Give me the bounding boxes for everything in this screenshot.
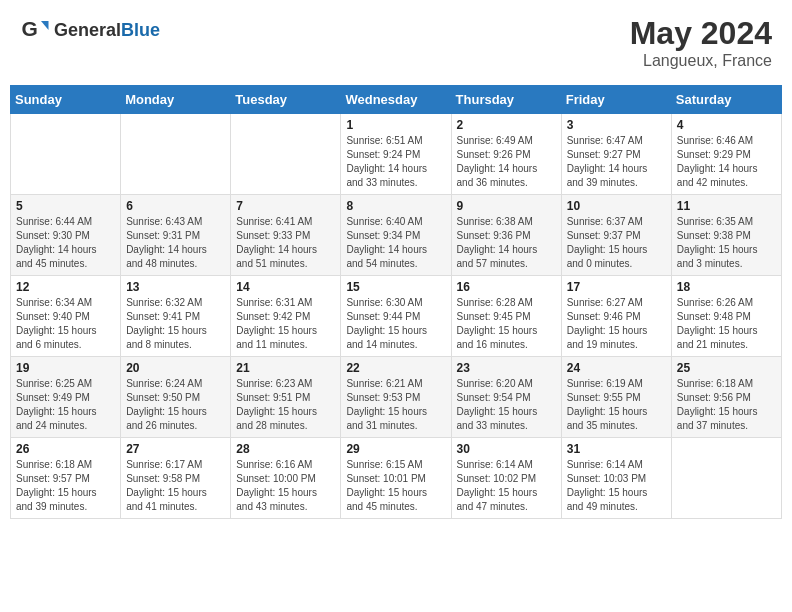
calendar-table: SundayMondayTuesdayWednesdayThursdayFrid… [10, 85, 782, 519]
calendar-cell: 21Sunrise: 6:23 AMSunset: 9:51 PMDayligh… [231, 357, 341, 438]
day-info: Sunrise: 6:46 AMSunset: 9:29 PMDaylight:… [677, 134, 776, 190]
calendar-cell: 23Sunrise: 6:20 AMSunset: 9:54 PMDayligh… [451, 357, 561, 438]
calendar-cell [231, 114, 341, 195]
week-row-3: 12Sunrise: 6:34 AMSunset: 9:40 PMDayligh… [11, 276, 782, 357]
calendar-cell: 7Sunrise: 6:41 AMSunset: 9:33 PMDaylight… [231, 195, 341, 276]
day-info: Sunrise: 6:41 AMSunset: 9:33 PMDaylight:… [236, 215, 335, 271]
day-number: 29 [346, 442, 445, 456]
calendar-cell: 16Sunrise: 6:28 AMSunset: 9:45 PMDayligh… [451, 276, 561, 357]
day-info: Sunrise: 6:14 AMSunset: 10:03 PMDaylight… [567, 458, 666, 514]
calendar-cell: 26Sunrise: 6:18 AMSunset: 9:57 PMDayligh… [11, 438, 121, 519]
day-number: 3 [567, 118, 666, 132]
calendar-cell: 24Sunrise: 6:19 AMSunset: 9:55 PMDayligh… [561, 357, 671, 438]
calendar-cell [11, 114, 121, 195]
day-info: Sunrise: 6:26 AMSunset: 9:48 PMDaylight:… [677, 296, 776, 352]
location: Langueux, France [630, 52, 772, 70]
day-info: Sunrise: 6:21 AMSunset: 9:53 PMDaylight:… [346, 377, 445, 433]
calendar-cell: 2Sunrise: 6:49 AMSunset: 9:26 PMDaylight… [451, 114, 561, 195]
calendar-cell: 27Sunrise: 6:17 AMSunset: 9:58 PMDayligh… [121, 438, 231, 519]
day-number: 10 [567, 199, 666, 213]
calendar-cell: 6Sunrise: 6:43 AMSunset: 9:31 PMDaylight… [121, 195, 231, 276]
day-info: Sunrise: 6:19 AMSunset: 9:55 PMDaylight:… [567, 377, 666, 433]
logo: G GeneralBlue [20, 15, 160, 45]
calendar-cell: 22Sunrise: 6:21 AMSunset: 9:53 PMDayligh… [341, 357, 451, 438]
weekday-header-saturday: Saturday [671, 86, 781, 114]
day-info: Sunrise: 6:30 AMSunset: 9:44 PMDaylight:… [346, 296, 445, 352]
weekday-header-sunday: Sunday [11, 86, 121, 114]
day-info: Sunrise: 6:16 AMSunset: 10:00 PMDaylight… [236, 458, 335, 514]
day-number: 30 [457, 442, 556, 456]
day-info: Sunrise: 6:28 AMSunset: 9:45 PMDaylight:… [457, 296, 556, 352]
day-number: 15 [346, 280, 445, 294]
calendar-cell: 13Sunrise: 6:32 AMSunset: 9:41 PMDayligh… [121, 276, 231, 357]
calendar-cell: 11Sunrise: 6:35 AMSunset: 9:38 PMDayligh… [671, 195, 781, 276]
day-info: Sunrise: 6:20 AMSunset: 9:54 PMDaylight:… [457, 377, 556, 433]
day-number: 27 [126, 442, 225, 456]
day-number: 17 [567, 280, 666, 294]
calendar-cell: 12Sunrise: 6:34 AMSunset: 9:40 PMDayligh… [11, 276, 121, 357]
day-number: 22 [346, 361, 445, 375]
weekday-header-friday: Friday [561, 86, 671, 114]
day-number: 24 [567, 361, 666, 375]
calendar-cell: 25Sunrise: 6:18 AMSunset: 9:56 PMDayligh… [671, 357, 781, 438]
calendar-cell: 15Sunrise: 6:30 AMSunset: 9:44 PMDayligh… [341, 276, 451, 357]
day-info: Sunrise: 6:18 AMSunset: 9:57 PMDaylight:… [16, 458, 115, 514]
day-number: 20 [126, 361, 225, 375]
day-number: 31 [567, 442, 666, 456]
day-number: 19 [16, 361, 115, 375]
logo-blue: Blue [121, 20, 160, 40]
day-number: 25 [677, 361, 776, 375]
week-row-4: 19Sunrise: 6:25 AMSunset: 9:49 PMDayligh… [11, 357, 782, 438]
weekday-header-wednesday: Wednesday [341, 86, 451, 114]
calendar-cell: 14Sunrise: 6:31 AMSunset: 9:42 PMDayligh… [231, 276, 341, 357]
calendar-cell: 9Sunrise: 6:38 AMSunset: 9:36 PMDaylight… [451, 195, 561, 276]
day-info: Sunrise: 6:24 AMSunset: 9:50 PMDaylight:… [126, 377, 225, 433]
day-number: 4 [677, 118, 776, 132]
day-info: Sunrise: 6:44 AMSunset: 9:30 PMDaylight:… [16, 215, 115, 271]
calendar-cell: 17Sunrise: 6:27 AMSunset: 9:46 PMDayligh… [561, 276, 671, 357]
day-info: Sunrise: 6:51 AMSunset: 9:24 PMDaylight:… [346, 134, 445, 190]
calendar-cell: 3Sunrise: 6:47 AMSunset: 9:27 PMDaylight… [561, 114, 671, 195]
calendar-cell: 31Sunrise: 6:14 AMSunset: 10:03 PMDaylig… [561, 438, 671, 519]
day-info: Sunrise: 6:47 AMSunset: 9:27 PMDaylight:… [567, 134, 666, 190]
day-info: Sunrise: 6:37 AMSunset: 9:37 PMDaylight:… [567, 215, 666, 271]
calendar-cell: 5Sunrise: 6:44 AMSunset: 9:30 PMDaylight… [11, 195, 121, 276]
week-row-2: 5Sunrise: 6:44 AMSunset: 9:30 PMDaylight… [11, 195, 782, 276]
svg-marker-1 [41, 21, 49, 30]
day-number: 28 [236, 442, 335, 456]
calendar-cell: 18Sunrise: 6:26 AMSunset: 9:48 PMDayligh… [671, 276, 781, 357]
day-number: 21 [236, 361, 335, 375]
weekday-header-row: SundayMondayTuesdayWednesdayThursdayFrid… [11, 86, 782, 114]
calendar-cell: 1Sunrise: 6:51 AMSunset: 9:24 PMDaylight… [341, 114, 451, 195]
weekday-header-tuesday: Tuesday [231, 86, 341, 114]
day-info: Sunrise: 6:43 AMSunset: 9:31 PMDaylight:… [126, 215, 225, 271]
calendar-cell: 20Sunrise: 6:24 AMSunset: 9:50 PMDayligh… [121, 357, 231, 438]
day-info: Sunrise: 6:18 AMSunset: 9:56 PMDaylight:… [677, 377, 776, 433]
day-number: 14 [236, 280, 335, 294]
day-number: 6 [126, 199, 225, 213]
day-info: Sunrise: 6:15 AMSunset: 10:01 PMDaylight… [346, 458, 445, 514]
day-number: 9 [457, 199, 556, 213]
day-info: Sunrise: 6:14 AMSunset: 10:02 PMDaylight… [457, 458, 556, 514]
logo-icon: G [20, 15, 50, 45]
day-info: Sunrise: 6:31 AMSunset: 9:42 PMDaylight:… [236, 296, 335, 352]
weekday-header-thursday: Thursday [451, 86, 561, 114]
title-section: May 2024 Langueux, France [630, 15, 772, 70]
day-info: Sunrise: 6:23 AMSunset: 9:51 PMDaylight:… [236, 377, 335, 433]
day-number: 26 [16, 442, 115, 456]
weekday-header-monday: Monday [121, 86, 231, 114]
calendar-cell: 10Sunrise: 6:37 AMSunset: 9:37 PMDayligh… [561, 195, 671, 276]
day-number: 16 [457, 280, 556, 294]
day-info: Sunrise: 6:40 AMSunset: 9:34 PMDaylight:… [346, 215, 445, 271]
day-info: Sunrise: 6:17 AMSunset: 9:58 PMDaylight:… [126, 458, 225, 514]
day-number: 7 [236, 199, 335, 213]
day-info: Sunrise: 6:25 AMSunset: 9:49 PMDaylight:… [16, 377, 115, 433]
calendar-cell: 29Sunrise: 6:15 AMSunset: 10:01 PMDaylig… [341, 438, 451, 519]
calendar-cell: 8Sunrise: 6:40 AMSunset: 9:34 PMDaylight… [341, 195, 451, 276]
calendar-cell: 30Sunrise: 6:14 AMSunset: 10:02 PMDaylig… [451, 438, 561, 519]
calendar-cell [121, 114, 231, 195]
svg-text:G: G [22, 17, 38, 40]
month-year: May 2024 [630, 15, 772, 52]
calendar-cell: 4Sunrise: 6:46 AMSunset: 9:29 PMDaylight… [671, 114, 781, 195]
day-number: 1 [346, 118, 445, 132]
